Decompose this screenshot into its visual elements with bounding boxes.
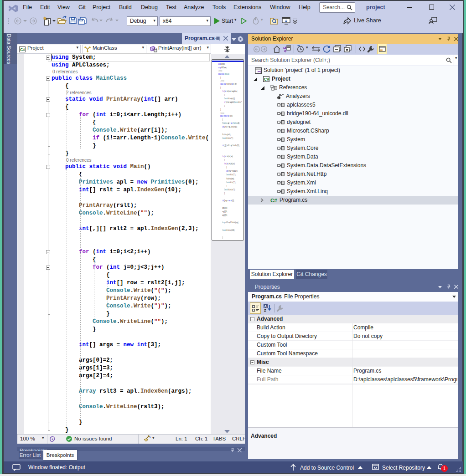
svg-text:C#: C# [20, 47, 26, 52]
svg-text:A: A [264, 304, 267, 308]
svg-text:C#: C# [270, 198, 277, 203]
svg-text:C#: C# [264, 77, 269, 82]
svg-text:Z: Z [264, 308, 266, 312]
